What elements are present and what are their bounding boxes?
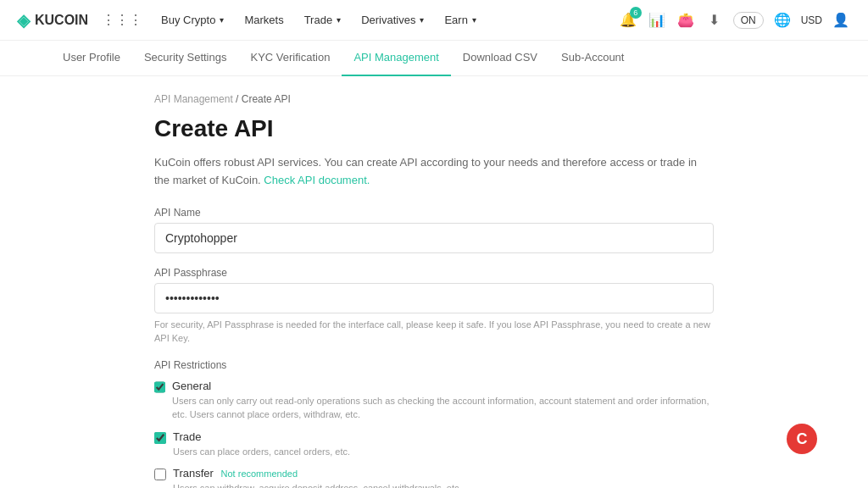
api-name-label: API Name (154, 207, 714, 219)
transfer-not-recommended: Not recommended (221, 469, 298, 479)
download-icon[interactable]: ⬇ (704, 10, 725, 30)
chevron-down-icon: ▾ (420, 15, 424, 25)
currency-selector[interactable]: USD (801, 14, 822, 26)
nav-right: 🔔 6 📊 👛 ⬇ ON 🌐 USD 👤 (618, 10, 851, 30)
on-toggle[interactable]: ON (733, 12, 764, 29)
nav-links: Buy Crypto ▾ Markets Trade ▾ Derivatives… (153, 10, 618, 30)
check-api-link[interactable]: Check API document. (264, 174, 370, 186)
wallet-icon[interactable]: 👛 (676, 10, 696, 30)
subnav-download-csv[interactable]: Download CSV (451, 41, 549, 76)
sub-navigation: User Profile Security Settings KYC Verif… (0, 41, 868, 76)
user-icon[interactable]: 👤 (831, 10, 851, 30)
chevron-down-icon: ▾ (337, 15, 341, 25)
trade-desc: Users can place orders, cancel orders, e… (173, 445, 350, 459)
api-name-group: API Name (154, 207, 714, 253)
nav-derivatives[interactable]: Derivatives ▾ (353, 10, 432, 30)
subnav-kyc-verification[interactable]: KYC Verification (238, 41, 342, 76)
main-content: API Management / Create API Create API K… (137, 76, 731, 488)
api-name-input[interactable] (154, 223, 714, 253)
trade-title: Trade (173, 430, 350, 443)
api-passphrase-input[interactable] (154, 283, 714, 313)
subnav-security-settings[interactable]: Security Settings (132, 41, 239, 76)
notification-badge: 6 (630, 7, 642, 19)
transfer-desc: Users can withdraw, acquire deposit addr… (173, 481, 462, 488)
chevron-down-icon: ▾ (472, 15, 476, 25)
chart-icon[interactable]: 📊 (647, 10, 667, 30)
restriction-general: General Users can only carry out read-on… (154, 380, 714, 422)
restriction-transfer: Transfer Not recommended Users can withd… (154, 467, 714, 488)
subnav-api-management[interactable]: API Management (342, 41, 450, 76)
c-icon[interactable]: C (787, 424, 817, 454)
nav-earn[interactable]: Earn ▾ (436, 10, 484, 30)
subnav-user-profile[interactable]: User Profile (51, 41, 132, 76)
logo[interactable]: ◈ KUCOIN (17, 10, 88, 30)
restriction-trade: Trade Users can place orders, cancel ord… (154, 430, 714, 459)
grid-icon[interactable]: ⋮⋮⋮ (102, 12, 142, 28)
chevron-down-icon: ▾ (220, 15, 224, 25)
trade-checkbox[interactable] (154, 432, 166, 444)
api-passphrase-group: API Passphrase For security, API Passphr… (154, 267, 714, 346)
breadcrumb-current: Create API (242, 93, 291, 105)
general-checkbox[interactable] (154, 381, 165, 393)
restrictions-label: API Restrictions (154, 359, 714, 371)
page-description: KuCoin offers robust API services. You c… (154, 154, 714, 190)
logo-text: KUCOIN (35, 13, 88, 28)
api-passphrase-label: API Passphrase (154, 267, 714, 279)
c-icon-wrap: C (787, 424, 817, 454)
top-navigation: ◈ KUCOIN ⋮⋮⋮ Buy Crypto ▾ Markets Trade … (0, 0, 868, 41)
general-desc: Users can only carry out read-only opera… (172, 394, 714, 422)
breadcrumb-parent[interactable]: API Management (154, 93, 233, 105)
api-restrictions-group: API Restrictions General Users can only … (154, 359, 714, 488)
logo-icon: ◈ (17, 10, 30, 30)
transfer-checkbox[interactable] (154, 469, 166, 480)
nav-trade[interactable]: Trade ▾ (296, 10, 349, 30)
api-passphrase-hint: For security, API Passphrase is needed f… (154, 318, 714, 346)
notification-bell-wrap[interactable]: 🔔 6 (618, 10, 638, 30)
nav-buy-crypto[interactable]: Buy Crypto ▾ (153, 10, 232, 30)
transfer-title: Transfer Not recommended (173, 467, 462, 480)
page-title: Create API (154, 115, 714, 142)
general-title: General (172, 380, 714, 392)
globe-icon[interactable]: 🌐 (772, 10, 793, 30)
nav-markets[interactable]: Markets (236, 10, 292, 30)
breadcrumb: API Management / Create API (154, 93, 714, 105)
subnav-sub-account[interactable]: Sub-Account (549, 41, 636, 76)
